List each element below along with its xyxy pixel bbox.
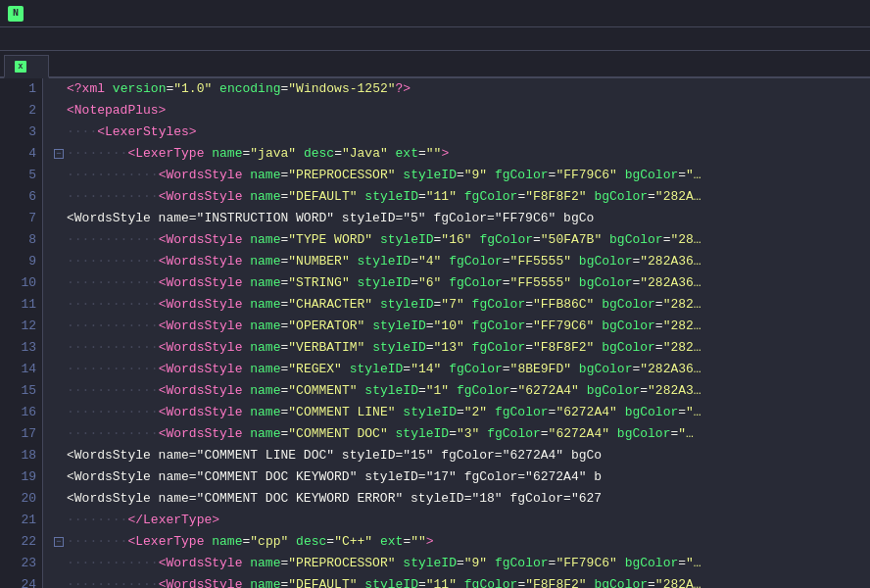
code-line: ············<WordsStyle name="PREPROCESS… bbox=[51, 165, 870, 186]
menu-view[interactable] bbox=[51, 37, 67, 41]
code-content: ············<WordsStyle name="COMMENT" s… bbox=[67, 380, 701, 402]
menu-file[interactable] bbox=[4, 37, 20, 41]
app-icon: N bbox=[8, 6, 24, 22]
title-bar: N bbox=[0, 0, 870, 27]
code-content: <WordsStyle name="COMMENT DOC KEYWORD" s… bbox=[67, 466, 602, 488]
code-line: ············<WordsStyle name="COMMENT" s… bbox=[51, 380, 870, 402]
menu-settings[interactable] bbox=[98, 37, 114, 41]
fold-box[interactable]: − bbox=[54, 149, 64, 159]
code-line: ············<WordsStyle name="TYPE WORD"… bbox=[51, 229, 870, 251]
code-line: ············<WordsStyle name="DEFAULT" s… bbox=[51, 574, 870, 588]
code-content: <WordsStyle name="INSTRUCTION WORD" styl… bbox=[67, 208, 594, 229]
line-number: 7 bbox=[8, 208, 36, 229]
code-line: −········<LexerType name="cpp" desc="C++… bbox=[51, 531, 870, 553]
menu-macro[interactable] bbox=[114, 37, 129, 41]
code-content: ············<WordsStyle name="DEFAULT" s… bbox=[67, 574, 701, 588]
code-content: ············<WordsStyle name="STRING" st… bbox=[67, 272, 701, 294]
code-content: ············<WordsStyle name="VERBATIM" … bbox=[67, 337, 701, 359]
line-number: 24 bbox=[8, 574, 36, 588]
menu-search[interactable] bbox=[35, 37, 51, 41]
code-content: ············<WordsStyle name="PREPROCESS… bbox=[67, 553, 701, 574]
line-number: 17 bbox=[8, 423, 36, 445]
line-number: 1 bbox=[8, 78, 36, 100]
menu-edit[interactable] bbox=[20, 37, 35, 41]
code-content: ············<WordsStyle name="TYPE WORD"… bbox=[67, 229, 701, 251]
code-content: ····<LexerStyles> bbox=[67, 122, 197, 143]
code-content: <WordsStyle name="COMMENT LINE DOC" styl… bbox=[67, 445, 602, 466]
line-number: 12 bbox=[8, 316, 36, 337]
fold-box[interactable]: − bbox=[54, 537, 64, 547]
line-number: 8 bbox=[8, 229, 36, 251]
fold-indicator[interactable]: − bbox=[51, 149, 67, 159]
code-content: ············<WordsStyle name="OPERATOR" … bbox=[67, 316, 701, 337]
code-line: −········<LexerType name="java" desc="Ja… bbox=[51, 143, 870, 165]
code-content: ········<LexerType name="cpp" desc="C++"… bbox=[67, 531, 434, 553]
code-line: ············<WordsStyle name="COMMENT DO… bbox=[51, 423, 870, 445]
code-content: <?xml version="1.0" encoding="Windows-12… bbox=[67, 78, 411, 100]
code-content: <NotepadPlus> bbox=[67, 100, 166, 122]
code-content: ············<WordsStyle name="COMMENT LI… bbox=[67, 402, 701, 423]
code-content: ············<WordsStyle name="NUMBER" st… bbox=[67, 251, 701, 272]
menu-encoding[interactable] bbox=[67, 37, 82, 41]
code-content: ············<WordsStyle name="PREPROCESS… bbox=[67, 165, 701, 186]
line-number: 19 bbox=[8, 466, 36, 488]
line-number: 22 bbox=[8, 531, 36, 553]
code-content: ········<LexerType name="java" desc="Jav… bbox=[67, 143, 449, 165]
code-content: ········</LexerType> bbox=[67, 510, 219, 531]
code-line: <WordsStyle name="INSTRUCTION WORD" styl… bbox=[51, 208, 870, 229]
tab-bar: X bbox=[0, 51, 870, 78]
line-number: 13 bbox=[8, 337, 36, 359]
line-number: 23 bbox=[8, 553, 36, 574]
editor: 123456789101112131415161718192021222324 … bbox=[0, 78, 870, 588]
code-area[interactable]: <?xml version="1.0" encoding="Windows-12… bbox=[43, 78, 870, 588]
tab-dracula[interactable]: X bbox=[4, 55, 49, 78]
line-number: 16 bbox=[8, 402, 36, 423]
line-number: 21 bbox=[8, 510, 36, 531]
line-number: 9 bbox=[8, 251, 36, 272]
line-number: 15 bbox=[8, 380, 36, 402]
code-content: ············<WordsStyle name="CHARACTER"… bbox=[67, 294, 701, 316]
code-content: ············<WordsStyle name="DEFAULT" s… bbox=[67, 186, 701, 208]
code-line: ············<WordsStyle name="NUMBER" st… bbox=[51, 251, 870, 272]
menu-help[interactable] bbox=[176, 37, 192, 41]
menu-run[interactable] bbox=[129, 37, 145, 41]
code-line: ············<WordsStyle name="REGEX" sty… bbox=[51, 359, 870, 380]
menu-plugins[interactable] bbox=[145, 37, 161, 41]
line-number: 3 bbox=[8, 122, 36, 143]
fold-indicator[interactable]: − bbox=[51, 537, 67, 547]
tab-file-icon: X bbox=[15, 61, 26, 73]
line-number: 14 bbox=[8, 359, 36, 380]
code-line: ············<WordsStyle name="CHARACTER"… bbox=[51, 294, 870, 316]
code-line: ············<WordsStyle name="COMMENT LI… bbox=[51, 402, 870, 423]
line-number: 20 bbox=[8, 488, 36, 510]
line-number: 2 bbox=[8, 100, 36, 122]
code-line: <WordsStyle name="COMMENT DOC KEYWORD ER… bbox=[51, 488, 870, 510]
code-content: <WordsStyle name="COMMENT DOC KEYWORD ER… bbox=[67, 488, 602, 510]
code-content: ············<WordsStyle name="REGEX" sty… bbox=[67, 359, 701, 380]
code-content: ············<WordsStyle name="COMMENT DO… bbox=[67, 423, 694, 445]
line-number: 11 bbox=[8, 294, 36, 316]
code-line: ········</LexerType> bbox=[51, 510, 870, 531]
code-line: <NotepadPlus> bbox=[51, 100, 870, 122]
code-line: ············<WordsStyle name="OPERATOR" … bbox=[51, 316, 870, 337]
code-line: ············<WordsStyle name="DEFAULT" s… bbox=[51, 186, 870, 208]
code-line: ············<WordsStyle name="STRING" st… bbox=[51, 272, 870, 294]
code-line: ····<LexerStyles> bbox=[51, 122, 870, 143]
line-number: 10 bbox=[8, 272, 36, 294]
menu-window[interactable] bbox=[161, 37, 176, 41]
line-number: 4 bbox=[8, 143, 36, 165]
menu-bar bbox=[0, 27, 870, 51]
line-number: 5 bbox=[8, 165, 36, 186]
line-number: 18 bbox=[8, 445, 36, 466]
code-line: <WordsStyle name="COMMENT LINE DOC" styl… bbox=[51, 445, 870, 466]
code-line: <?xml version="1.0" encoding="Windows-12… bbox=[51, 78, 870, 100]
menu-language[interactable] bbox=[82, 37, 98, 41]
line-number: 6 bbox=[8, 186, 36, 208]
line-numbers: 123456789101112131415161718192021222324 bbox=[0, 78, 43, 588]
code-line: ············<WordsStyle name="VERBATIM" … bbox=[51, 337, 870, 359]
code-line: <WordsStyle name="COMMENT DOC KEYWORD" s… bbox=[51, 466, 870, 488]
code-line: ············<WordsStyle name="PREPROCESS… bbox=[51, 553, 870, 574]
